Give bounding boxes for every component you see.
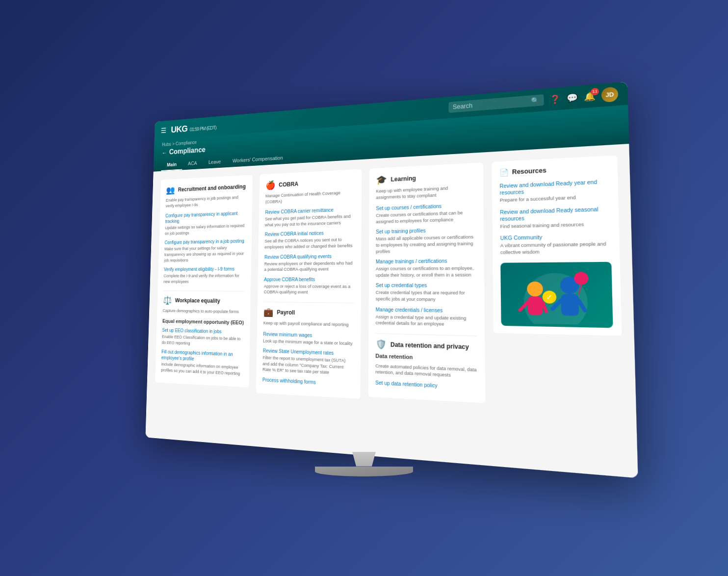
illustration: ✓ <box>500 262 613 328</box>
link-credentials-licenses[interactable]: Manage credentials / licenses <box>376 306 477 314</box>
link-desc: Assign courses or certifications to an e… <box>376 265 477 278</box>
recruitment-icon: 👥 <box>166 185 175 195</box>
learning-desc: Keep up with employee training and assig… <box>376 183 476 200</box>
list-item: Manage trainings / certifications Assign… <box>376 257 477 278</box>
resources-title: Resources <box>512 166 546 175</box>
data-retention-title: Data retention and privacy <box>390 341 469 350</box>
learning-title: Learning <box>390 175 416 183</box>
link-desc: Mass add all applicable courses or certi… <box>376 234 476 254</box>
search-input[interactable] <box>453 98 528 110</box>
link-desc: Review employees or their dependents who… <box>264 260 354 272</box>
tab-leave[interactable]: Leave <box>203 156 227 168</box>
list-item: Configure pay transparency in a job post… <box>164 238 245 263</box>
list-item: Data retention Create automated policies… <box>375 352 477 380</box>
link-desc: Complete the I-9 and verify the informat… <box>163 273 245 285</box>
list-item: Set up data retention policy <box>375 379 477 391</box>
list-item: Configure pay transparency in applicant … <box>165 210 246 236</box>
list-item: Review COBRA initial notices See all the… <box>264 229 355 250</box>
search-box[interactable]: 🔍 <box>448 94 544 113</box>
list-item: Approve COBRA benefits Approve or reject… <box>264 276 355 295</box>
list-item: Review and download Ready seasonal resou… <box>500 205 611 230</box>
link-desc: Include demographic information on emplo… <box>161 361 243 376</box>
link-desc: Make sure that your settings for salary … <box>164 245 245 263</box>
back-button[interactable]: ← <box>161 149 167 156</box>
cobra-section: 🍎 COBRA Manage Continuation of Health Co… <box>256 169 362 398</box>
link-desc: Create credential types that are require… <box>376 289 477 303</box>
link-configure-pay-posting[interactable]: Configure pay transparency in a job post… <box>164 238 245 245</box>
list-item: Review minimum wages Look up the minimum… <box>263 331 354 346</box>
eeo-title: Equal employment opportunity (EEO) <box>162 318 244 325</box>
list-item: Equal employment opportunity (EEO) <box>162 318 244 325</box>
workplace-equality-subsection: ⚖️ Workplace equality Capture demographi… <box>161 290 245 376</box>
link-community[interactable]: UKG Community <box>500 233 611 241</box>
link-approve-cobra[interactable]: Approve COBRA benefits <box>264 276 354 282</box>
payroll-desc: Keep up with payroll compliance and repo… <box>263 320 354 328</box>
link-desc: Approve or reject a loss of coverage eve… <box>264 283 355 295</box>
help-icon[interactable]: ❓ <box>549 93 561 104</box>
recruitment-title: Recruitment and onboarding <box>178 183 246 192</box>
link-desc: Enable EEO Classification on jobs to be … <box>162 334 244 348</box>
chat-icon[interactable]: 💬 <box>567 92 578 103</box>
app-logo: UKG01:59 PM (EDT) <box>171 121 216 134</box>
equality-title: Workplace equality <box>175 297 220 304</box>
search-icon[interactable]: 🔍 <box>531 97 539 105</box>
list-item: Set up credential types Create credentia… <box>376 282 477 303</box>
list-item: Set up EEO classification in jobs Enable… <box>162 327 244 347</box>
list-item: Manage credentials / licenses Assign a c… <box>376 306 477 328</box>
payroll-icon: 💼 <box>263 307 273 317</box>
hamburger-icon[interactable]: ☰ <box>161 126 167 134</box>
breadcrumb-hubs[interactable]: Hubs <box>162 141 171 147</box>
cobra-icon: 🍎 <box>265 180 275 190</box>
link-demographics[interactable]: Fill out demographics information in an … <box>161 348 244 364</box>
learning-section: 🎓 Learning Keep up with employee trainin… <box>368 162 486 403</box>
equality-desc: Capture demographics to auto-populate fo… <box>162 308 244 314</box>
link-desc: Assign a credential type and update exis… <box>376 314 477 328</box>
equality-icon: ⚖️ <box>163 295 172 305</box>
link-desc: Create courses or certifications that ca… <box>376 209 476 225</box>
recruitment-desc: Enable pay transparency in job postings … <box>166 194 247 209</box>
cobra-title: COBRA <box>279 181 298 188</box>
data-retention-subsection: 🛡️ Data retention and privacy Data reten… <box>375 333 477 391</box>
notification-badge: 11 <box>591 87 599 95</box>
link-credential-types[interactable]: Set up credential types <box>376 282 477 289</box>
link-desc: See all the COBRA notices you sent out t… <box>264 236 355 250</box>
link-desc: See what you get paid for COBRA benefits… <box>265 213 355 228</box>
list-item: Set up courses / certifications Create c… <box>376 202 476 225</box>
link-cobra-qualifying-events[interactable]: Review COBRA qualifying events <box>264 253 355 260</box>
link-manage-trainings[interactable]: Manage trainings / certifications <box>376 257 476 264</box>
link-desc: Update settings so salary information is… <box>165 223 246 236</box>
avatar[interactable]: JD <box>601 86 619 103</box>
breadcrumb-compliance[interactable]: Compliance <box>176 140 197 146</box>
list-item: Process withholding forms <box>262 376 354 387</box>
link-seasonal[interactable]: Review and download Ready seasonal resou… <box>500 205 610 222</box>
list-item: Verify employment eligibility - I-9 form… <box>163 266 245 285</box>
list-item: UKG Community A vibrant community of pas… <box>500 233 611 256</box>
tab-aca[interactable]: ACA <box>182 157 203 170</box>
list-item: Fill out demographics information in an … <box>161 348 243 376</box>
link-verify-i9[interactable]: Verify employment eligibility - I-9 form… <box>164 266 245 272</box>
link-configure-pay-tracking[interactable]: Configure pay transparency in applicant … <box>165 210 246 224</box>
link-cobra-initial-notices[interactable]: Review COBRA initial notices <box>265 229 355 237</box>
data-retention-subtitle: Data retention <box>375 352 477 362</box>
resources-panel: 📄 Resources Review and download Ready ye… <box>492 155 622 336</box>
page-title: Compliance <box>169 146 206 156</box>
link-desc: A vibrant community of passionate people… <box>500 240 611 256</box>
link-set-up-retention[interactable]: Set up data retention policy <box>375 379 477 391</box>
cobra-desc: Manage Continuation of Health Coverage (… <box>265 189 355 205</box>
resources-doc-icon: 📄 <box>499 168 509 177</box>
learning-icon: 🎓 <box>376 174 387 185</box>
recruitment-section: 👥 Recruitment and onboarding Enable pay … <box>155 175 253 387</box>
notification-icon[interactable]: 🔔 11 <box>584 91 596 102</box>
list-item: Review and download Ready year end resou… <box>499 178 610 203</box>
link-training-profiles[interactable]: Set up training profiles <box>376 226 476 235</box>
link-withholding[interactable]: Process withholding forms <box>262 376 354 387</box>
svg-text:✓: ✓ <box>546 293 553 301</box>
svg-point-11 <box>574 272 589 285</box>
svg-rect-6 <box>561 294 579 316</box>
list-item: Review State Unemployment rates Filter t… <box>262 347 354 377</box>
list-item: Set up training profiles Mass add all ap… <box>376 226 476 255</box>
tab-main[interactable]: Main <box>161 158 182 171</box>
link-desc: Filter the report to unemployment tax (S… <box>262 355 354 377</box>
payroll-subsection: 💼 Payroll Keep up with payroll complianc… <box>262 302 354 388</box>
main-content: 👥 Recruitment and onboarding Enable pay … <box>145 144 638 478</box>
